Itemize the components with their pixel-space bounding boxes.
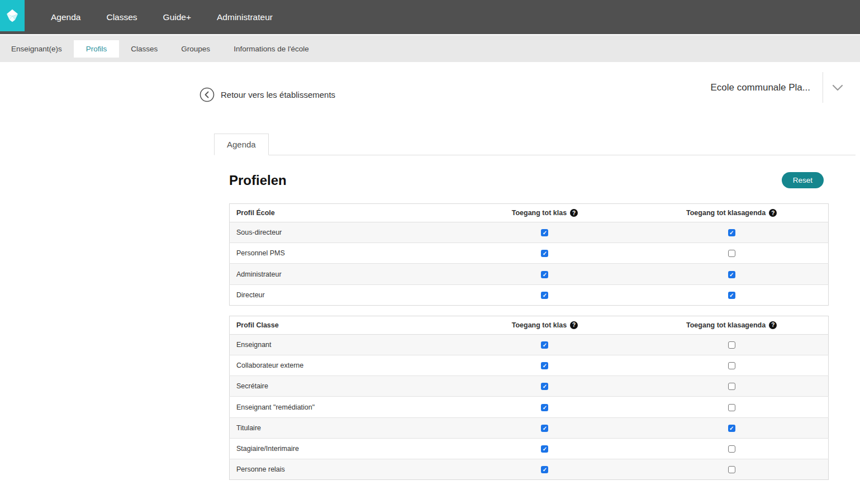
checkbox-cell [635, 397, 828, 417]
table-row: Collaborateur externe✓ [230, 355, 829, 376]
checkbox-checked[interactable]: ✓ [541, 341, 548, 349]
checkbox-unchecked[interactable] [728, 445, 735, 453]
help-icon[interactable]: ? [570, 209, 578, 217]
column-header-toegang-tot-klasagenda: Toegang tot klasagenda [686, 209, 766, 217]
table-header-row: Profil Classe Toegang tot klas ? Toegang… [230, 316, 829, 334]
chevron-down-icon[interactable] [832, 84, 844, 92]
profile-label: Stagiaire/Interimaire [230, 438, 455, 459]
back-link-label: Retour vers les établissements [221, 90, 335, 99]
checkbox-cell [635, 459, 828, 480]
topnav-item-administrateur[interactable]: Administrateur [204, 0, 286, 34]
topnav-items: Agenda Classes Guide+ Administrateur [38, 0, 286, 34]
table-row: Administrateur✓✓ [230, 264, 829, 284]
profile-label: Titulaire [230, 417, 455, 438]
reset-button[interactable]: Reset [782, 172, 824, 188]
checkbox-cell: ✓ [635, 284, 828, 305]
table-row: Stagiaire/Interimaire✓ [230, 438, 829, 459]
tab-bar: Agenda [214, 134, 856, 155]
checkbox-checked[interactable]: ✓ [541, 404, 548, 411]
profile-label: Enseignant "remédiation" [230, 397, 455, 417]
table-row: Titulaire✓✓ [230, 417, 829, 438]
table-row: Sous-directeur✓✓ [230, 222, 829, 243]
checkbox-unchecked[interactable] [728, 383, 735, 390]
checkbox-checked[interactable]: ✓ [541, 466, 548, 473]
checkbox-checked[interactable]: ✓ [541, 292, 548, 299]
table-row: Personnel PMS✓ [230, 243, 829, 264]
divider [823, 72, 823, 103]
subnav-item-profils[interactable]: Profils [74, 40, 120, 58]
help-icon[interactable]: ? [769, 209, 777, 217]
column-header-profil-classe: Profil Classe [230, 316, 455, 334]
checkbox-checked[interactable]: ✓ [541, 271, 548, 278]
subnav-item-classes[interactable]: Classes [119, 40, 169, 58]
tab-agenda[interactable]: Agenda [214, 134, 269, 155]
gem-icon [4, 7, 21, 24]
checkbox-cell: ✓ [455, 417, 635, 438]
profile-label: Collaborateur externe [230, 355, 455, 376]
checkbox-cell: ✓ [455, 334, 635, 355]
checkbox-checked[interactable]: ✓ [728, 229, 735, 236]
help-icon[interactable]: ? [769, 321, 777, 329]
table-row: Directeur✓✓ [230, 284, 829, 305]
checkbox-checked[interactable]: ✓ [728, 425, 735, 432]
profile-label: Personne relais [230, 459, 455, 480]
column-header-toegang-tot-klas: Toegang tot klas [512, 209, 567, 217]
checkbox-cell: ✓ [455, 284, 635, 305]
checkbox-checked[interactable]: ✓ [541, 445, 548, 453]
checkbox-unchecked[interactable] [728, 250, 735, 257]
checkbox-cell: ✓ [455, 438, 635, 459]
checkbox-cell [635, 376, 828, 397]
profile-label: Secrétaire [230, 376, 455, 397]
topnav-item-classes[interactable]: Classes [93, 0, 150, 34]
checkbox-cell [635, 355, 828, 376]
column-header-toegang-tot-klasagenda: Toegang tot klasagenda [686, 321, 766, 329]
page-title: Profielen [229, 173, 287, 188]
school-name: Ecole communale Pla... [710, 82, 810, 93]
checkbox-checked[interactable]: ✓ [728, 292, 735, 299]
checkbox-cell: ✓ [455, 355, 635, 376]
checkbox-checked[interactable]: ✓ [541, 362, 548, 369]
profile-label: Administrateur [230, 264, 455, 284]
profile-label: Directeur [230, 284, 455, 305]
profil-ecole-table: Profil École Toegang tot klas ? Toegang … [229, 203, 829, 306]
subnav-item-enseignants[interactable]: Enseignant(e)s [0, 40, 74, 58]
help-icon[interactable]: ? [570, 321, 578, 329]
checkbox-cell: ✓ [635, 264, 828, 284]
checkbox-cell [635, 243, 828, 264]
checkbox-checked[interactable]: ✓ [541, 250, 548, 257]
checkbox-cell [635, 334, 828, 355]
checkbox-unchecked[interactable] [728, 466, 735, 473]
subnav-item-informations-ecole[interactable]: Informations de l'école [222, 40, 321, 58]
back-link[interactable]: Retour vers les établissements [199, 62, 384, 102]
table-row: Secrétaire✓ [230, 376, 829, 397]
checkbox-cell: ✓ [455, 264, 635, 284]
topnav-item-guide[interactable]: Guide+ [150, 0, 204, 34]
table-row: Enseignant "remédiation"✓ [230, 397, 829, 417]
checkbox-unchecked[interactable] [728, 362, 735, 369]
top-navbar: Agenda Classes Guide+ Administrateur [0, 0, 860, 34]
profile-label: Enseignant [230, 334, 455, 355]
checkbox-checked[interactable]: ✓ [541, 229, 548, 236]
checkbox-cell: ✓ [455, 243, 635, 264]
checkbox-cell: ✓ [635, 222, 828, 243]
tab-panel: Profielen Reset Profil École Toegang tot… [229, 172, 829, 480]
school-selector[interactable]: Ecole communale Pla... [710, 72, 844, 103]
checkbox-cell [635, 438, 828, 459]
checkbox-checked[interactable]: ✓ [541, 383, 548, 390]
table-row: Personne relais✓ [230, 459, 829, 480]
subnav-item-groupes[interactable]: Groupes [169, 40, 222, 58]
secondary-navbar: Enseignant(e)s Profils Classes Groupes I… [0, 34, 860, 62]
checkbox-cell: ✓ [635, 417, 828, 438]
profile-label: Personnel PMS [230, 243, 455, 264]
topnav-item-agenda[interactable]: Agenda [38, 0, 93, 34]
main-content: Retour vers les établissements Ecole com… [0, 62, 860, 503]
back-arrow-icon [199, 87, 215, 102]
checkbox-checked[interactable]: ✓ [541, 425, 548, 432]
profil-classe-table: Profil Classe Toegang tot klas ? Toegang… [229, 316, 829, 480]
table-row: Enseignant✓ [230, 334, 829, 355]
checkbox-checked[interactable]: ✓ [728, 271, 735, 278]
app-logo[interactable] [0, 0, 25, 31]
checkbox-cell: ✓ [455, 376, 635, 397]
checkbox-unchecked[interactable] [728, 404, 735, 411]
checkbox-unchecked[interactable] [728, 341, 735, 349]
